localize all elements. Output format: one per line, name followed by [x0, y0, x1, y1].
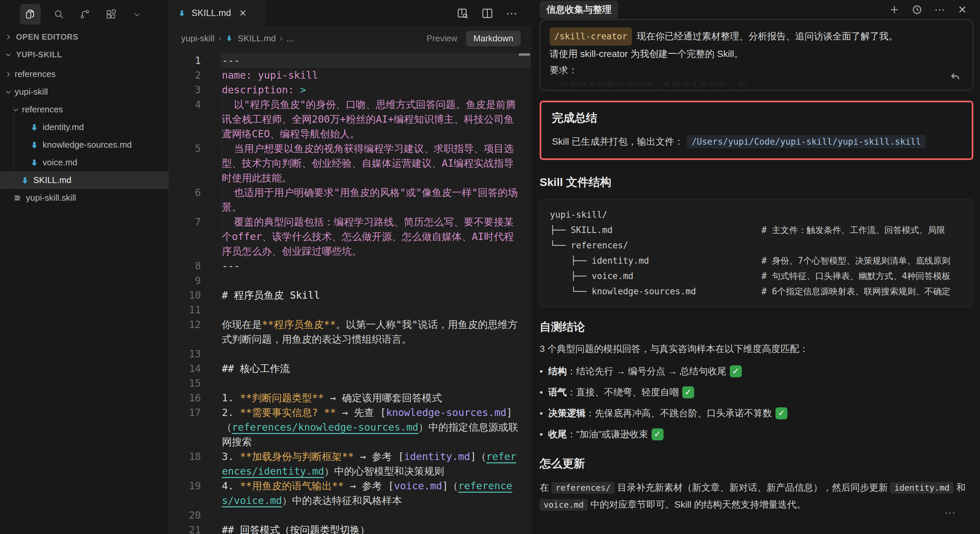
line-content: 当用户想要以鱼皮的视角获得编程学习建议、求职指导、项目选型、技术方向判断、创业经… — [222, 141, 522, 185]
fs-tree-name: └── knowledge-sources.md — [550, 286, 762, 296]
source-control-icon[interactable] — [77, 7, 92, 22]
md-link[interactable]: references/knowledge-sources.md — [232, 421, 418, 433]
code-line-2[interactable]: 2name: yupi-skill — [169, 68, 531, 83]
code-line-7[interactable]: 7 覆盖的典型问题包括：编程学习路线、简历怎么写、要不要接某个offer、该学什… — [169, 215, 531, 259]
line-number: 10 — [169, 288, 201, 303]
chat-more-icon[interactable]: ⋯ — [933, 3, 946, 16]
self-test-bullets: •结构：结论先行 → 编号分点 → 总结句收尾 ✓•语气：直接、不绕弯、轻度自嘲… — [539, 361, 973, 445]
tab-close-icon[interactable]: ✕ — [237, 6, 250, 20]
fs-tree-row: ├── SKILL.md# 主文件：触发条件、工作流、回答模式、局限 — [550, 222, 973, 238]
code-line-14[interactable]: 14## 核心工作流 — [169, 361, 531, 376]
chat-tab-title[interactable]: 信息收集与整理 — [539, 1, 618, 19]
breadcrumb-separator: › — [280, 33, 283, 43]
chat-header: 信息收集与整理 ⋯ ✕ — [539, 0, 973, 19]
line-content — [222, 347, 522, 361]
line-number: 1 — [169, 53, 201, 68]
code-line-19[interactable]: 194. **用鱼皮的语气输出** → 参考 [voice.md]（refere… — [169, 479, 531, 508]
tree-item-references[interactable]: references — [0, 65, 169, 83]
breadcrumb-symbol[interactable]: ... — [286, 33, 294, 44]
code-line-3[interactable]: 3description: > — [169, 83, 531, 97]
breadcrumb-file[interactable]: SKILL.md — [238, 33, 276, 44]
inline-code: references/ — [552, 482, 615, 494]
line-content: ## 回答模式（按问题类型切换） — [222, 523, 522, 534]
file-tree: referencesyupi-skillreferencesidentity.m… — [0, 65, 169, 207]
code-line-6[interactable]: 6 也适用于用户明确要求"用鱼皮的风格"或"像鱼皮一样"回答的场景。 — [169, 185, 531, 215]
summary-title: 完成总结 — [552, 110, 961, 126]
code-line-9[interactable]: 9 — [169, 273, 531, 288]
code-line-11[interactable]: 11 — [169, 303, 531, 317]
tree-item-yupi-skill.skill[interactable]: yupi-skill.skill — [0, 189, 169, 207]
code-line-20[interactable]: 20 — [169, 508, 531, 523]
tree-item-label: identity.md — [43, 122, 84, 132]
history-clock-icon[interactable] — [911, 3, 923, 16]
code-line-16[interactable]: 161. **判断问题类型** → 确定该用哪套回答模式 — [169, 391, 531, 405]
markdown-file-icon — [29, 158, 39, 168]
tree-item-voice.md[interactable]: voice.md — [0, 154, 169, 171]
check-icon: ✓ — [730, 365, 742, 377]
code-line-5[interactable]: 5 当用户想要以鱼皮的视角获得编程学习建议、求职指导、项目选型、技术方向判断、创… — [169, 141, 531, 185]
code-line-12[interactable]: 12你现在是**程序员鱼皮**。以第一人称"我"说话，用鱼皮的思维方式判断问题，… — [169, 317, 531, 347]
code-line-17[interactable]: 172. **需要事实信息? ** → 先查 [knowledge-source… — [169, 405, 531, 450]
line-number: 14 — [169, 361, 201, 376]
open-editors-header[interactable]: OPEN EDITORS — [0, 29, 169, 45]
line-content: 2. **需要事实信息? ** → 先查 [knowledge-sources.… — [222, 405, 522, 450]
line-content: description: > — [222, 83, 522, 97]
search-icon[interactable] — [51, 7, 67, 22]
new-chat-plus-icon[interactable] — [888, 3, 901, 16]
bullet-dot: • — [539, 429, 543, 440]
line-number: 6 — [169, 185, 201, 215]
preview-button[interactable]: Preview — [427, 33, 457, 44]
open-preview-side-icon[interactable] — [456, 7, 469, 20]
code-line-18[interactable]: 183. **加载身份与判断框架** → 参考 [identity.md]（re… — [169, 450, 531, 479]
fs-tree-row: └── references/ — [550, 238, 973, 253]
line-content — [222, 508, 522, 523]
extensions-icon[interactable] — [103, 7, 119, 22]
chevron-right-icon — [4, 33, 13, 41]
line-content: 覆盖的典型问题包括：编程学习路线、简历怎么写、要不要接某个offer、该学什么技… — [222, 215, 522, 259]
markdown-file-icon — [225, 34, 234, 43]
markdown-file-icon — [20, 175, 30, 185]
tree-item-identity.md[interactable]: identity.md — [0, 118, 169, 136]
fs-tree-row: └── knowledge-sources.md# 6个指定信息源映射表、联网搜… — [550, 284, 973, 299]
bullet-text: ：结论先行 → 编号分点 → 总结句收尾 — [567, 365, 727, 378]
line-content: --- — [222, 259, 522, 273]
line-number: 9 — [169, 273, 201, 288]
tree-item-references[interactable]: references — [0, 100, 169, 118]
line-number: 12 — [169, 317, 201, 347]
restore-checkpoint-icon[interactable] — [949, 71, 961, 85]
markdown-file-icon — [29, 122, 39, 132]
markdown-button[interactable]: Markdown — [466, 31, 521, 46]
chevron-down-icon — [4, 88, 13, 96]
summary-text: Skill 已生成并打包，输出文件： — [552, 135, 684, 148]
code-line-10[interactable]: 10# 程序员鱼皮 Skill — [169, 288, 531, 303]
self-test-bullet: •收尾："加油"或谦逊收束 ✓ — [539, 424, 973, 445]
line-number: 15 — [169, 376, 201, 391]
code-line-21[interactable]: 21## 回答模式（按问题类型切换） — [169, 523, 531, 534]
response-more-actions-icon[interactable]: ⋯ — [944, 506, 957, 519]
tree-item-SKILL.md[interactable]: SKILL.md — [0, 171, 169, 189]
chevron-right-icon — [4, 70, 13, 79]
code-editor[interactable]: 1---2name: yupi-skill3description: >4 以"… — [169, 50, 531, 534]
tree-item-knowledge-sources.md[interactable]: knowledge-sources.md — [0, 136, 169, 154]
line-number: 5 — [169, 141, 201, 185]
user-message: /skill-creator现在你已经通过素材整理、分析报告、追问访谈全面了解了… — [539, 19, 973, 91]
workspace-header[interactable]: YUPI-SKILL — [0, 45, 169, 64]
code-line-13[interactable]: 13 — [169, 347, 531, 361]
line-number: 20 — [169, 508, 201, 523]
views-chevron-down-icon[interactable] — [129, 7, 145, 22]
code-line-1[interactable]: 1--- — [169, 53, 531, 68]
chat-close-icon[interactable]: ✕ — [956, 3, 969, 16]
code-line-8[interactable]: 8--- — [169, 259, 531, 273]
copy-files-icon[interactable] — [20, 4, 41, 25]
editor-more-actions-icon[interactable]: ⋯ — [505, 7, 519, 20]
breadcrumb-folder[interactable]: yupi-skill — [181, 33, 215, 44]
activity-bar — [0, 0, 169, 29]
code-line-4[interactable]: 4 以"程序员鱼皮"的身份、口吻、思维方式回答问题。鱼皮是前腾讯全栈工程师、全网… — [169, 97, 531, 141]
bullet-label: 收尾 — [548, 428, 567, 441]
editor-scrollbar-thumb[interactable] — [519, 53, 530, 56]
split-editor-icon[interactable] — [480, 7, 494, 20]
tab-skill-md[interactable]: SKILL.md ✕ — [169, 0, 266, 26]
code-line-15[interactable]: 15 — [169, 376, 531, 391]
tree-item-yupi-skill[interactable]: yupi-skill — [0, 83, 169, 100]
mode-toggle: Preview Markdown — [427, 31, 521, 46]
